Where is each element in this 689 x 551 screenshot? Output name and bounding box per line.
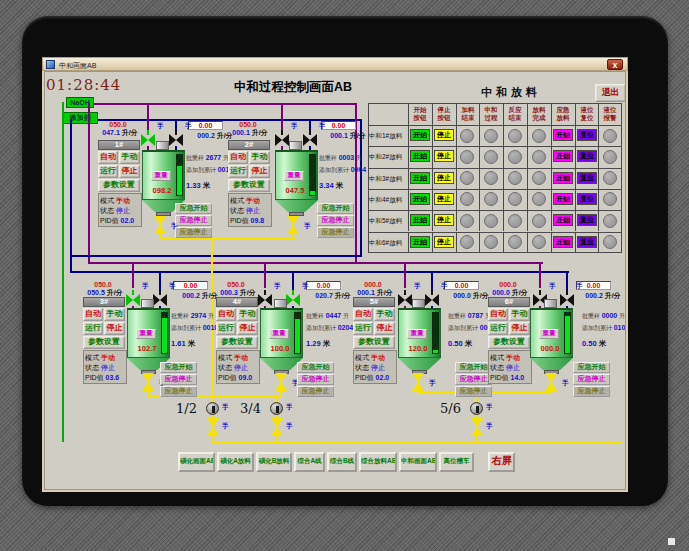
table-start-button[interactable]: 开始 xyxy=(410,150,430,162)
table-start-button[interactable]: 开始 xyxy=(410,236,430,248)
table-stop-button[interactable]: 停止 xyxy=(434,150,454,162)
unit2-emg-start-button[interactable]: 应急开始 xyxy=(317,203,354,214)
unit6-auto-button[interactable]: 自动 xyxy=(488,308,508,321)
table-emg-button[interactable]: 开始 xyxy=(553,129,573,141)
unit1-flow-actual: 047.1 升/分 xyxy=(92,128,148,136)
unit6-emg-start-button[interactable]: 应急开始 xyxy=(573,362,610,373)
table-reset-button[interactable]: 复位 xyxy=(577,172,597,184)
unit3-params-button[interactable]: 参数设置 xyxy=(83,336,125,349)
unit2-stop-button[interactable]: 停止 xyxy=(249,165,270,178)
nav-button-2[interactable]: 磺化A放料 xyxy=(217,452,254,472)
nav-button-1[interactable]: 磺化画面AB xyxy=(178,452,215,472)
table-emg-button[interactable]: 开始 xyxy=(553,193,573,205)
table-reset-button[interactable]: 复位 xyxy=(577,214,597,226)
unit1-params-button[interactable]: 参数设置 xyxy=(98,179,140,192)
table-start-button[interactable]: 开始 xyxy=(410,214,430,226)
unit6-level-fill xyxy=(565,316,570,353)
unit5-emg-stop-button[interactable]: 应急停止 xyxy=(455,374,492,385)
unit3-emg-stop-button[interactable]: 应急停止 xyxy=(160,374,197,385)
unit3-auto-button[interactable]: 自动 xyxy=(83,308,103,321)
unit1-auto-button[interactable]: 自动 xyxy=(98,151,118,164)
unit5-stop-button[interactable]: 停止 xyxy=(374,322,395,335)
unit6-stop-button[interactable]: 停止 xyxy=(509,322,530,335)
unit2-emg-stop2-button[interactable]: 应急停止 xyxy=(317,227,354,238)
nav-button-4[interactable]: 综合A线 xyxy=(294,452,325,472)
unit2-params-button[interactable]: 参数设置 xyxy=(228,179,270,192)
unit3-emg-stop2-button[interactable]: 应急停止 xyxy=(160,386,197,397)
unit1-emg-stop2-button[interactable]: 应急停止 xyxy=(175,227,212,238)
unit3-feed-valve-2-icon xyxy=(159,290,161,295)
unit6-weight-value: 000.0 xyxy=(536,344,564,352)
unit4-emg-start-button[interactable]: 应急开始 xyxy=(297,362,334,373)
unit4-stop-button[interactable]: 停止 xyxy=(237,322,258,335)
unit1-emg-start-button[interactable]: 应急开始 xyxy=(175,203,212,214)
table-stop-button[interactable]: 停止 xyxy=(434,193,454,205)
nav-button-6[interactable]: 综合放料AB xyxy=(359,452,397,472)
exit-button[interactable]: 退出 xyxy=(595,84,626,102)
table-reset-button[interactable]: 复位 xyxy=(577,236,597,248)
table-reset-button[interactable]: 复位 xyxy=(577,150,597,162)
table-reset-button[interactable]: 复位 xyxy=(577,193,597,205)
unit4-manual-button[interactable]: 手动 xyxy=(237,308,258,321)
unit3-run-button[interactable]: 运行 xyxy=(83,322,103,335)
unit5-emg-start-button[interactable]: 应急开始 xyxy=(455,362,492,373)
table-start-button[interactable]: 开始 xyxy=(410,193,430,205)
pipe xyxy=(264,262,266,288)
unit5-drain-valve-icon xyxy=(412,382,424,391)
pipe xyxy=(566,271,568,290)
nav-button-8[interactable]: 高位槽车 xyxy=(439,452,474,472)
unit2-run-button[interactable]: 运行 xyxy=(228,165,248,178)
nav-button-7[interactable]: 中和画面AB xyxy=(399,452,437,472)
unit4-run-button[interactable]: 运行 xyxy=(216,322,236,335)
table-start-button[interactable]: 开始 xyxy=(410,172,430,184)
unit5-feed-valve-1-icon xyxy=(404,290,406,295)
unit4-params-button[interactable]: 参数设置 xyxy=(216,336,258,349)
unit1-stop-button[interactable]: 停止 xyxy=(119,165,140,178)
unit3-manual-button[interactable]: 手动 xyxy=(104,308,125,321)
nav-button-9[interactable]: 右屏 xyxy=(488,452,515,472)
table-stop-button[interactable]: 停止 xyxy=(434,236,454,248)
table-emg-button[interactable]: 开始 xyxy=(553,214,573,226)
table-stop-button[interactable]: 停止 xyxy=(434,172,454,184)
unit5-feed-valve-1-icon xyxy=(405,294,412,306)
unit2-emg-stop-button[interactable]: 应急停止 xyxy=(317,215,354,226)
unit5-run-button[interactable]: 运行 xyxy=(353,322,373,335)
table-reset-button[interactable]: 复位 xyxy=(577,129,597,141)
unit1-run-button[interactable]: 运行 xyxy=(98,165,118,178)
unit6-additive-text: 添加剂累计 0106 升 xyxy=(582,323,626,331)
table-header-text: 加料结束 xyxy=(456,106,480,122)
unit4-emg-stop2-button[interactable]: 应急停止 xyxy=(297,386,334,397)
table-emg-button[interactable]: 开始 xyxy=(553,150,573,162)
close-button[interactable]: x xyxy=(607,59,623,70)
unit4-auto-button[interactable]: 自动 xyxy=(216,308,236,321)
unit1-info-text: 模式 手动状态 停止PID值 02.0 xyxy=(100,195,142,225)
table-stop-button[interactable]: 停止 xyxy=(434,129,454,141)
unit1-manual-button[interactable]: 手动 xyxy=(119,151,140,164)
unit1-emg-stop-button[interactable]: 应急停止 xyxy=(175,215,212,226)
unit6-manual-button[interactable]: 手动 xyxy=(509,308,530,321)
unit6-run-button[interactable]: 运行 xyxy=(488,322,508,335)
unit6-params-button[interactable]: 参数设置 xyxy=(488,336,530,349)
table-start-button[interactable]: 开始 xyxy=(410,129,430,141)
unit5-emg-stop2-button[interactable]: 应急停止 xyxy=(455,386,492,397)
unit5-auto-button[interactable]: 自动 xyxy=(353,308,373,321)
table-header-text: 放料完成 xyxy=(527,106,551,122)
pump-group-label: 5/6 xyxy=(440,401,461,416)
unit2-manual-button[interactable]: 手动 xyxy=(249,151,270,164)
unit5-manual-button[interactable]: 手动 xyxy=(374,308,395,321)
pump-hand-label: 手 xyxy=(222,403,230,411)
table-emg-button[interactable]: 开始 xyxy=(553,236,573,248)
nav-button-5[interactable]: 综合B线 xyxy=(327,452,357,472)
unit4-emg-stop-button[interactable]: 应急停止 xyxy=(297,374,334,385)
unit6-emg-stop-button[interactable]: 应急停止 xyxy=(573,374,610,385)
unit3-hand-label: 手 xyxy=(169,282,177,290)
unit3-emg-start-button[interactable]: 应急开始 xyxy=(160,362,197,373)
nav-button-3[interactable]: 磺化B放料 xyxy=(256,452,292,472)
unit4-header: 4# xyxy=(216,297,258,307)
unit5-params-button[interactable]: 参数设置 xyxy=(353,336,395,349)
unit6-emg-stop2-button[interactable]: 应急停止 xyxy=(573,386,610,397)
table-emg-button[interactable]: 开始 xyxy=(553,172,573,184)
unit3-stop-button[interactable]: 停止 xyxy=(104,322,125,335)
table-stop-button[interactable]: 停止 xyxy=(434,214,454,226)
unit2-auto-button[interactable]: 自动 xyxy=(228,151,248,164)
